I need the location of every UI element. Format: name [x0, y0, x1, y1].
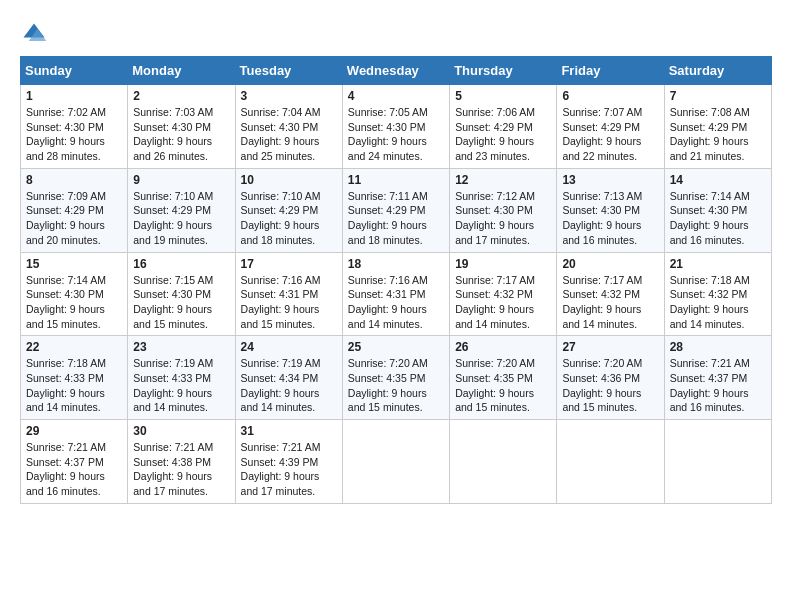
- day-number: 16: [133, 257, 229, 271]
- day-number: 15: [26, 257, 122, 271]
- calendar-week-row: 29 Sunrise: 7:21 AM Sunset: 4:37 PM Dayl…: [21, 420, 772, 504]
- logo: [20, 20, 52, 48]
- calendar-cell: [342, 420, 449, 504]
- calendar-cell: [664, 420, 771, 504]
- calendar-cell: 29 Sunrise: 7:21 AM Sunset: 4:37 PM Dayl…: [21, 420, 128, 504]
- day-number: 2: [133, 89, 229, 103]
- day-info: Sunrise: 7:06 AM Sunset: 4:29 PM Dayligh…: [455, 105, 551, 164]
- day-info: Sunrise: 7:05 AM Sunset: 4:30 PM Dayligh…: [348, 105, 444, 164]
- calendar-cell: 13 Sunrise: 7:13 AM Sunset: 4:30 PM Dayl…: [557, 168, 664, 252]
- calendar-cell: 30 Sunrise: 7:21 AM Sunset: 4:38 PM Dayl…: [128, 420, 235, 504]
- calendar-week-row: 8 Sunrise: 7:09 AM Sunset: 4:29 PM Dayli…: [21, 168, 772, 252]
- day-number: 10: [241, 173, 337, 187]
- day-info: Sunrise: 7:16 AM Sunset: 4:31 PM Dayligh…: [348, 273, 444, 332]
- day-info: Sunrise: 7:14 AM Sunset: 4:30 PM Dayligh…: [670, 189, 766, 248]
- calendar-cell: 7 Sunrise: 7:08 AM Sunset: 4:29 PM Dayli…: [664, 85, 771, 169]
- day-info: Sunrise: 7:21 AM Sunset: 4:39 PM Dayligh…: [241, 440, 337, 499]
- day-info: Sunrise: 7:10 AM Sunset: 4:29 PM Dayligh…: [133, 189, 229, 248]
- day-number: 14: [670, 173, 766, 187]
- day-info: Sunrise: 7:21 AM Sunset: 4:37 PM Dayligh…: [26, 440, 122, 499]
- day-info: Sunrise: 7:13 AM Sunset: 4:30 PM Dayligh…: [562, 189, 658, 248]
- day-number: 18: [348, 257, 444, 271]
- day-number: 30: [133, 424, 229, 438]
- column-header-saturday: Saturday: [664, 57, 771, 85]
- day-info: Sunrise: 7:07 AM Sunset: 4:29 PM Dayligh…: [562, 105, 658, 164]
- calendar-cell: 18 Sunrise: 7:16 AM Sunset: 4:31 PM Dayl…: [342, 252, 449, 336]
- calendar-cell: [557, 420, 664, 504]
- calendar-cell: 11 Sunrise: 7:11 AM Sunset: 4:29 PM Dayl…: [342, 168, 449, 252]
- day-number: 4: [348, 89, 444, 103]
- calendar-cell: 4 Sunrise: 7:05 AM Sunset: 4:30 PM Dayli…: [342, 85, 449, 169]
- day-info: Sunrise: 7:02 AM Sunset: 4:30 PM Dayligh…: [26, 105, 122, 164]
- column-header-tuesday: Tuesday: [235, 57, 342, 85]
- day-number: 1: [26, 89, 122, 103]
- day-info: Sunrise: 7:15 AM Sunset: 4:30 PM Dayligh…: [133, 273, 229, 332]
- day-info: Sunrise: 7:20 AM Sunset: 4:36 PM Dayligh…: [562, 356, 658, 415]
- calendar-cell: 2 Sunrise: 7:03 AM Sunset: 4:30 PM Dayli…: [128, 85, 235, 169]
- calendar-cell: 31 Sunrise: 7:21 AM Sunset: 4:39 PM Dayl…: [235, 420, 342, 504]
- column-header-monday: Monday: [128, 57, 235, 85]
- day-info: Sunrise: 7:10 AM Sunset: 4:29 PM Dayligh…: [241, 189, 337, 248]
- day-info: Sunrise: 7:21 AM Sunset: 4:37 PM Dayligh…: [670, 356, 766, 415]
- calendar-cell: 17 Sunrise: 7:16 AM Sunset: 4:31 PM Dayl…: [235, 252, 342, 336]
- day-info: Sunrise: 7:04 AM Sunset: 4:30 PM Dayligh…: [241, 105, 337, 164]
- day-info: Sunrise: 7:11 AM Sunset: 4:29 PM Dayligh…: [348, 189, 444, 248]
- calendar-week-row: 1 Sunrise: 7:02 AM Sunset: 4:30 PM Dayli…: [21, 85, 772, 169]
- calendar-week-row: 15 Sunrise: 7:14 AM Sunset: 4:30 PM Dayl…: [21, 252, 772, 336]
- day-info: Sunrise: 7:18 AM Sunset: 4:33 PM Dayligh…: [26, 356, 122, 415]
- day-number: 17: [241, 257, 337, 271]
- day-number: 5: [455, 89, 551, 103]
- day-number: 31: [241, 424, 337, 438]
- day-info: Sunrise: 7:19 AM Sunset: 4:34 PM Dayligh…: [241, 356, 337, 415]
- calendar-cell: 28 Sunrise: 7:21 AM Sunset: 4:37 PM Dayl…: [664, 336, 771, 420]
- day-number: 26: [455, 340, 551, 354]
- column-header-sunday: Sunday: [21, 57, 128, 85]
- column-header-thursday: Thursday: [450, 57, 557, 85]
- day-info: Sunrise: 7:18 AM Sunset: 4:32 PM Dayligh…: [670, 273, 766, 332]
- calendar-cell: 21 Sunrise: 7:18 AM Sunset: 4:32 PM Dayl…: [664, 252, 771, 336]
- day-number: 22: [26, 340, 122, 354]
- calendar-cell: 16 Sunrise: 7:15 AM Sunset: 4:30 PM Dayl…: [128, 252, 235, 336]
- day-number: 19: [455, 257, 551, 271]
- calendar-cell: 23 Sunrise: 7:19 AM Sunset: 4:33 PM Dayl…: [128, 336, 235, 420]
- day-info: Sunrise: 7:20 AM Sunset: 4:35 PM Dayligh…: [348, 356, 444, 415]
- day-number: 12: [455, 173, 551, 187]
- calendar-cell: 25 Sunrise: 7:20 AM Sunset: 4:35 PM Dayl…: [342, 336, 449, 420]
- day-number: 20: [562, 257, 658, 271]
- day-info: Sunrise: 7:19 AM Sunset: 4:33 PM Dayligh…: [133, 356, 229, 415]
- calendar-cell: 5 Sunrise: 7:06 AM Sunset: 4:29 PM Dayli…: [450, 85, 557, 169]
- day-info: Sunrise: 7:08 AM Sunset: 4:29 PM Dayligh…: [670, 105, 766, 164]
- day-info: Sunrise: 7:03 AM Sunset: 4:30 PM Dayligh…: [133, 105, 229, 164]
- day-info: Sunrise: 7:20 AM Sunset: 4:35 PM Dayligh…: [455, 356, 551, 415]
- calendar-week-row: 22 Sunrise: 7:18 AM Sunset: 4:33 PM Dayl…: [21, 336, 772, 420]
- day-info: Sunrise: 7:16 AM Sunset: 4:31 PM Dayligh…: [241, 273, 337, 332]
- logo-icon: [20, 20, 48, 48]
- day-info: Sunrise: 7:21 AM Sunset: 4:38 PM Dayligh…: [133, 440, 229, 499]
- calendar-cell: 6 Sunrise: 7:07 AM Sunset: 4:29 PM Dayli…: [557, 85, 664, 169]
- day-number: 23: [133, 340, 229, 354]
- day-number: 7: [670, 89, 766, 103]
- day-info: Sunrise: 7:09 AM Sunset: 4:29 PM Dayligh…: [26, 189, 122, 248]
- calendar-cell: 24 Sunrise: 7:19 AM Sunset: 4:34 PM Dayl…: [235, 336, 342, 420]
- day-info: Sunrise: 7:17 AM Sunset: 4:32 PM Dayligh…: [562, 273, 658, 332]
- calendar-cell: 14 Sunrise: 7:14 AM Sunset: 4:30 PM Dayl…: [664, 168, 771, 252]
- calendar-header-row: SundayMondayTuesdayWednesdayThursdayFrid…: [21, 57, 772, 85]
- day-number: 9: [133, 173, 229, 187]
- calendar-cell: 12 Sunrise: 7:12 AM Sunset: 4:30 PM Dayl…: [450, 168, 557, 252]
- column-header-friday: Friday: [557, 57, 664, 85]
- calendar-cell: 26 Sunrise: 7:20 AM Sunset: 4:35 PM Dayl…: [450, 336, 557, 420]
- calendar-cell: 3 Sunrise: 7:04 AM Sunset: 4:30 PM Dayli…: [235, 85, 342, 169]
- calendar-table: SundayMondayTuesdayWednesdayThursdayFrid…: [20, 56, 772, 504]
- day-info: Sunrise: 7:12 AM Sunset: 4:30 PM Dayligh…: [455, 189, 551, 248]
- day-info: Sunrise: 7:14 AM Sunset: 4:30 PM Dayligh…: [26, 273, 122, 332]
- calendar-cell: 10 Sunrise: 7:10 AM Sunset: 4:29 PM Dayl…: [235, 168, 342, 252]
- day-number: 29: [26, 424, 122, 438]
- day-number: 13: [562, 173, 658, 187]
- day-number: 8: [26, 173, 122, 187]
- column-header-wednesday: Wednesday: [342, 57, 449, 85]
- calendar-cell: 19 Sunrise: 7:17 AM Sunset: 4:32 PM Dayl…: [450, 252, 557, 336]
- day-number: 3: [241, 89, 337, 103]
- calendar-cell: 20 Sunrise: 7:17 AM Sunset: 4:32 PM Dayl…: [557, 252, 664, 336]
- day-number: 11: [348, 173, 444, 187]
- day-number: 6: [562, 89, 658, 103]
